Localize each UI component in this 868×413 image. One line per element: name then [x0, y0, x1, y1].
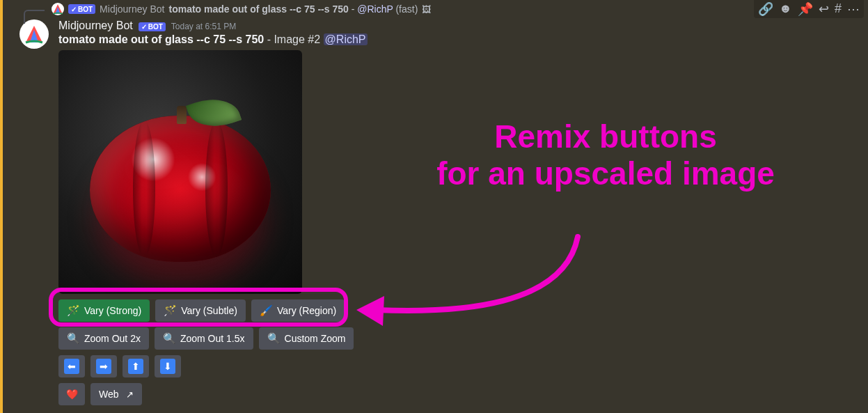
reaction-icon[interactable]: ☻ [779, 1, 792, 17]
magnifier-icon: 🔍 [163, 332, 176, 345]
sparkle-icon: 🪄 [164, 304, 177, 317]
pan-down-button[interactable]: ⬇ [155, 355, 181, 377]
brush-icon: 🖌️ [260, 304, 273, 317]
zoom-out-1-5x-button[interactable]: 🔍 Zoom Out 1.5x [155, 327, 253, 350]
action-buttons: 🪄 Vary (Strong) 🪄 Vary (Subtle) 🖌️ Vary … [58, 299, 868, 405]
vary-button-row: 🪄 Vary (Strong) 🪄 Vary (Subtle) 🖌️ Vary … [58, 299, 868, 322]
more-icon[interactable]: ⋯ [847, 1, 860, 17]
vary-subtle-button[interactable]: 🪄 Vary (Subtle) [155, 299, 246, 322]
thread-icon[interactable]: # [835, 1, 842, 17]
magnifier-icon: 🔍 [267, 332, 281, 345]
bot-badge: ✓ BOT [139, 22, 166, 31]
link-icon[interactable]: 🔗 [758, 1, 773, 17]
generated-image[interactable] [58, 50, 302, 294]
reply-prompt: tomato made out of glass --c 75 --s 750 … [169, 3, 418, 15]
bot-badge-reply: ✓ BOT [68, 4, 95, 14]
arrow-down-icon: ⬇ [160, 359, 175, 374]
reply-mention[interactable]: @RichP [357, 3, 393, 15]
user-mention[interactable]: @RichP [324, 33, 368, 45]
timestamp: Today at 6:51 PM [171, 22, 236, 31]
message-header: Midjourney Bot ✓ BOT Today at 6:51 PM [58, 20, 868, 32]
favorite-button[interactable]: ❤️ [58, 383, 85, 405]
magnifier-icon: 🔍 [67, 332, 80, 345]
arrow-left-icon: ⬅ [64, 359, 79, 374]
image-attachment-icon: 🖼 [422, 4, 431, 15]
prompt-line: tomato made out of glass --c 75 --s 750 … [58, 33, 868, 46]
reply-context[interactable]: ✓ BOT Midjourney Bot tomato made out of … [10, 0, 868, 15]
arrow-right-icon: ➡ [96, 359, 111, 374]
heart-icon: ❤️ [66, 389, 78, 400]
message-content: ✓ BOT Midjourney Bot tomato made out of … [0, 0, 868, 405]
arrow-up-icon: ⬆ [128, 359, 143, 374]
pan-up-button[interactable]: ⬆ [123, 355, 149, 377]
author-name[interactable]: Midjourney Bot [58, 20, 133, 32]
zoom-button-row: 🔍 Zoom Out 2x 🔍 Zoom Out 1.5x 🔍 Custom Z… [58, 327, 868, 350]
sparkle-icon: 🪄 [67, 304, 80, 317]
pan-button-row: ⬅ ➡ ⬆ ⬇ [58, 355, 868, 377]
vary-strong-button[interactable]: 🪄 Vary (Strong) [58, 299, 150, 322]
message-row: Midjourney Bot ✓ BOT Today at 6:51 PM to… [10, 15, 868, 405]
message-hover-toolbar: 🔗 ☻ 📌 ↩ # ⋯ [754, 0, 864, 18]
zoom-out-2x-button[interactable]: 🔍 Zoom Out 2x [58, 327, 149, 350]
pan-left-button[interactable]: ⬅ [58, 355, 85, 377]
pan-right-button[interactable]: ➡ [90, 355, 117, 377]
glass-tomato-illustration [90, 102, 271, 262]
external-link-icon: ↗ [126, 389, 134, 400]
misc-button-row: ❤️ Web ↗ [58, 383, 868, 405]
web-link-button[interactable]: Web ↗ [90, 383, 142, 405]
author-avatar[interactable] [19, 20, 49, 49]
reply-avatar [52, 3, 64, 15]
reply-spine [24, 10, 45, 24]
custom-zoom-button[interactable]: 🔍 Custom Zoom [259, 327, 354, 350]
pin-icon[interactable]: 📌 [798, 1, 813, 17]
vary-region-button[interactable]: 🖌️ Vary (Region) [251, 299, 345, 322]
reply-author[interactable]: Midjourney Bot [100, 3, 164, 15]
reply-icon[interactable]: ↩ [819, 1, 829, 17]
